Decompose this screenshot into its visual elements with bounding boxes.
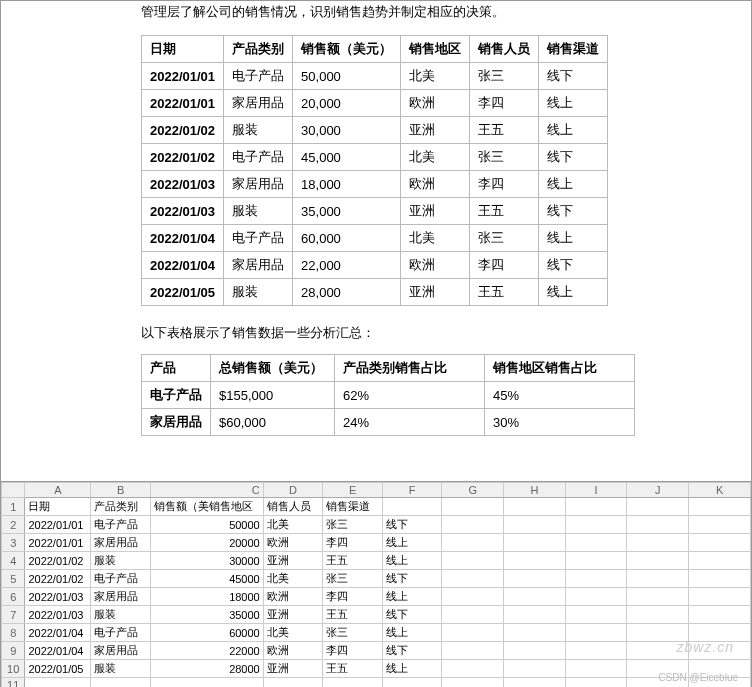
sheet-cell[interactable] (382, 498, 442, 516)
sheet-cell[interactable]: 张三 (323, 516, 383, 534)
row-header[interactable]: 1 (2, 498, 25, 516)
sheet-cell[interactable]: 张三 (323, 624, 383, 642)
column-header[interactable]: C (150, 483, 263, 498)
sheet-cell[interactable] (689, 534, 751, 552)
sheet-cell[interactable]: 线上 (382, 534, 442, 552)
sheet-cell[interactable] (627, 570, 689, 588)
sheet-cell[interactable] (504, 660, 566, 678)
sheet-cell[interactable]: 王五 (323, 660, 383, 678)
sheet-cell[interactable] (442, 516, 504, 534)
sheet-cell[interactable]: 2022/01/03 (25, 606, 91, 624)
row-header[interactable]: 11 (2, 678, 25, 688)
sheet-cell[interactable]: 线下 (382, 570, 442, 588)
sheet-cell[interactable]: 北美 (263, 624, 323, 642)
sheet-cell[interactable] (91, 678, 151, 688)
sheet-cell[interactable]: 2022/01/03 (25, 588, 91, 606)
sheet-cell[interactable]: 2022/01/04 (25, 624, 91, 642)
sheet-cell[interactable] (150, 678, 263, 688)
row-header[interactable]: 3 (2, 534, 25, 552)
sheet-cell[interactable]: 2022/01/01 (25, 516, 91, 534)
sheet-cell[interactable] (263, 678, 323, 688)
column-header[interactable]: E (323, 483, 383, 498)
column-header[interactable]: B (91, 483, 151, 498)
row-header[interactable]: 7 (2, 606, 25, 624)
sheet-cell[interactable] (565, 660, 627, 678)
sheet-cell[interactable] (689, 498, 751, 516)
sheet-cell[interactable] (565, 552, 627, 570)
sheet-cell[interactable]: 销售渠道 (323, 498, 383, 516)
sheet-cell[interactable] (689, 588, 751, 606)
sheet-cell[interactable] (504, 678, 566, 688)
sheet-cell[interactable]: 2022/01/04 (25, 642, 91, 660)
row-header[interactable]: 4 (2, 552, 25, 570)
sheet-cell[interactable]: 李四 (323, 534, 383, 552)
row-header[interactable]: 6 (2, 588, 25, 606)
sheet-cell[interactable] (627, 552, 689, 570)
sheet-cell[interactable]: 线上 (382, 588, 442, 606)
sheet-cell[interactable]: 2022/01/02 (25, 552, 91, 570)
sheet-cell[interactable]: 2022/01/01 (25, 534, 91, 552)
sheet-cell[interactable]: 家居用品 (91, 642, 151, 660)
sheet-cell[interactable] (442, 624, 504, 642)
sheet-cell[interactable] (323, 678, 383, 688)
sheet-cell[interactable] (627, 498, 689, 516)
sheet-cell[interactable] (382, 678, 442, 688)
sheet-cell[interactable] (565, 516, 627, 534)
sheet-cell[interactable] (504, 606, 566, 624)
sheet-cell[interactable] (689, 516, 751, 534)
sheet-cell[interactable]: 李四 (323, 642, 383, 660)
sheet-cell[interactable] (565, 534, 627, 552)
sheet-cell[interactable] (504, 534, 566, 552)
sheet-cell[interactable]: 销售人员 (263, 498, 323, 516)
sheet-cell[interactable]: 线上 (382, 552, 442, 570)
sheet-cell[interactable]: 家居用品 (91, 534, 151, 552)
sheet-cell[interactable] (442, 570, 504, 588)
sheet-cell[interactable]: 电子产品 (91, 570, 151, 588)
row-header[interactable]: 9 (2, 642, 25, 660)
sheet-cell[interactable] (689, 552, 751, 570)
sheet-cell[interactable] (689, 570, 751, 588)
sheet-cell[interactable]: 电子产品 (91, 624, 151, 642)
sheet-cell[interactable] (504, 516, 566, 534)
sheet-cell[interactable]: 线上 (382, 660, 442, 678)
sheet-cell[interactable]: 欧洲 (263, 642, 323, 660)
sheet-cell[interactable] (565, 498, 627, 516)
row-header[interactable]: 5 (2, 570, 25, 588)
sheet-cell[interactable]: 电子产品 (91, 516, 151, 534)
sheet-cell[interactable]: 产品类别 (91, 498, 151, 516)
sheet-cell[interactable] (442, 588, 504, 606)
sheet-cell[interactable]: 30000 (150, 552, 263, 570)
sheet-cell[interactable]: 欧洲 (263, 588, 323, 606)
sheet-cell[interactable]: 2022/01/05 (25, 660, 91, 678)
sheet-cell[interactable]: 王五 (323, 606, 383, 624)
column-header[interactable]: A (25, 483, 91, 498)
sheet-cell[interactable]: 28000 (150, 660, 263, 678)
sheet-cell[interactable] (504, 570, 566, 588)
column-header[interactable]: J (627, 483, 689, 498)
sheet-cell[interactable] (627, 534, 689, 552)
sheet-cell[interactable]: 欧洲 (263, 534, 323, 552)
sheet-cell[interactable]: 日期 (25, 498, 91, 516)
sheet-cell[interactable] (442, 660, 504, 678)
select-all-cell[interactable] (2, 483, 25, 498)
sheet-cell[interactable]: 亚洲 (263, 606, 323, 624)
sheet-cell[interactable] (627, 588, 689, 606)
sheet-cell[interactable] (504, 624, 566, 642)
sheet-cell[interactable]: 销售额（美销售地区 (150, 498, 263, 516)
sheet-cell[interactable]: 北美 (263, 516, 323, 534)
sheet-cell[interactable] (442, 678, 504, 688)
sheet-cell[interactable]: 服装 (91, 606, 151, 624)
column-header[interactable]: F (382, 483, 442, 498)
spreadsheet-grid[interactable]: ABCDEFGHIJK 1日期产品类别销售额（美销售地区销售人员销售渠道2202… (1, 482, 751, 687)
sheet-cell[interactable]: 李四 (323, 588, 383, 606)
sheet-cell[interactable] (504, 588, 566, 606)
column-header[interactable]: I (565, 483, 627, 498)
sheet-cell[interactable] (504, 498, 566, 516)
sheet-cell[interactable]: 线下 (382, 642, 442, 660)
row-header[interactable]: 2 (2, 516, 25, 534)
sheet-cell[interactable]: 亚洲 (263, 552, 323, 570)
sheet-cell[interactable]: 50000 (150, 516, 263, 534)
sheet-cell[interactable]: 2022/01/02 (25, 570, 91, 588)
sheet-cell[interactable]: 线下 (382, 516, 442, 534)
column-header[interactable]: K (689, 483, 751, 498)
